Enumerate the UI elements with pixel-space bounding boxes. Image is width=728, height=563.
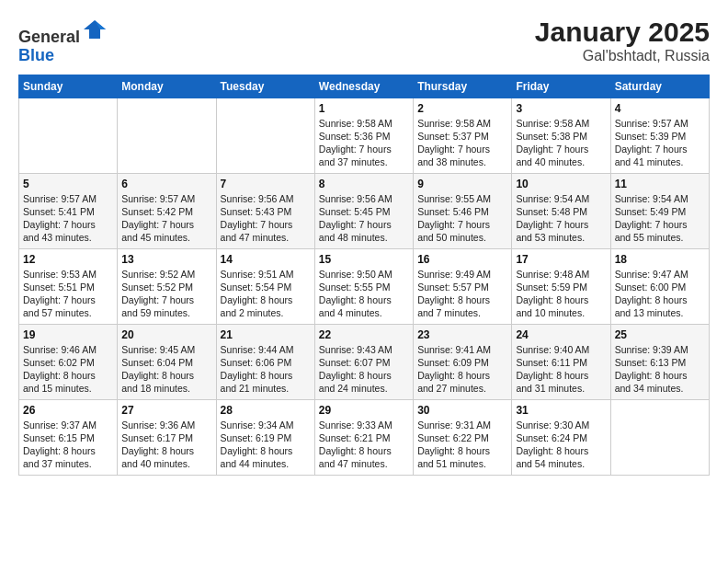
day-info: Sunrise: 9:54 AM Sunset: 5:48 PM Dayligh… (516, 192, 606, 245)
day-number: 30 (417, 404, 507, 417)
day-info: Sunrise: 9:48 AM Sunset: 5:59 PM Dayligh… (516, 268, 606, 320)
calendar-cell: 31Sunrise: 9:30 AM Sunset: 6:24 PM Dayli… (512, 399, 610, 475)
day-info: Sunrise: 9:45 AM Sunset: 6:04 PM Dayligh… (121, 343, 211, 396)
day-number: 20 (121, 328, 211, 341)
page: General Blue January 2025 Gal'bshtadt, R… (0, 0, 728, 485)
day-number: 7 (221, 178, 311, 190)
logo-general: General (18, 28, 80, 46)
day-info: Sunrise: 9:41 AM Sunset: 6:09 PM Dayligh… (417, 343, 507, 396)
day-number: 10 (516, 178, 606, 190)
calendar-cell: 8Sunrise: 9:56 AM Sunset: 5:45 PM Daylig… (314, 173, 413, 248)
page-title: January 2025 (535, 17, 710, 48)
day-info: Sunrise: 9:44 AM Sunset: 6:06 PM Dayligh… (221, 343, 311, 396)
calendar: SundayMondayTuesdayWednesdayThursdayFrid… (18, 75, 710, 476)
calendar-cell: 6Sunrise: 9:57 AM Sunset: 5:42 PM Daylig… (118, 173, 216, 248)
calendar-header: SundayMondayTuesdayWednesdayThursdayFrid… (19, 75, 710, 98)
logo-text-block: General Blue (18, 17, 108, 65)
day-info: Sunrise: 9:53 AM Sunset: 5:51 PM Dayligh… (23, 268, 113, 320)
calendar-cell: 22Sunrise: 9:43 AM Sunset: 6:07 PM Dayli… (314, 324, 413, 399)
day-number: 18 (615, 253, 705, 266)
calendar-cell: 5Sunrise: 9:57 AM Sunset: 5:41 PM Daylig… (19, 173, 118, 248)
calendar-cell (118, 98, 216, 173)
day-number: 23 (417, 328, 507, 341)
day-number: 19 (23, 328, 113, 341)
calendar-cell: 19Sunrise: 9:46 AM Sunset: 6:02 PM Dayli… (19, 324, 118, 399)
logo-bird-icon (82, 17, 108, 42)
day-info: Sunrise: 9:39 AM Sunset: 6:13 PM Dayligh… (615, 343, 705, 396)
day-number: 1 (319, 102, 409, 115)
logo: General Blue (18, 17, 108, 65)
day-info: Sunrise: 9:49 AM Sunset: 5:57 PM Dayligh… (417, 268, 507, 320)
day-info: Sunrise: 9:43 AM Sunset: 6:07 PM Dayligh… (319, 343, 409, 396)
day-number: 28 (221, 404, 311, 417)
day-number: 14 (221, 253, 311, 266)
day-info: Sunrise: 9:52 AM Sunset: 5:52 PM Dayligh… (121, 268, 211, 320)
day-number: 29 (319, 404, 409, 417)
title-block: January 2025 Gal'bshtadt, Russia (535, 17, 710, 64)
day-info: Sunrise: 9:40 AM Sunset: 6:11 PM Dayligh… (516, 343, 606, 396)
calendar-cell: 12Sunrise: 9:53 AM Sunset: 5:51 PM Dayli… (19, 248, 118, 324)
calendar-cell: 17Sunrise: 9:48 AM Sunset: 5:59 PM Dayli… (512, 248, 610, 324)
day-number: 3 (516, 102, 606, 115)
calendar-cell: 25Sunrise: 9:39 AM Sunset: 6:13 PM Dayli… (610, 324, 709, 399)
weekday-header: Monday (118, 75, 216, 98)
day-number: 15 (319, 253, 409, 266)
logo-blue: Blue (18, 46, 54, 64)
calendar-cell: 11Sunrise: 9:54 AM Sunset: 5:49 PM Dayli… (610, 173, 709, 248)
day-info: Sunrise: 9:31 AM Sunset: 6:22 PM Dayligh… (417, 419, 507, 471)
day-number: 25 (615, 328, 705, 341)
calendar-cell: 10Sunrise: 9:54 AM Sunset: 5:48 PM Dayli… (512, 173, 610, 248)
day-info: Sunrise: 9:57 AM Sunset: 5:42 PM Dayligh… (121, 192, 211, 245)
calendar-cell: 26Sunrise: 9:37 AM Sunset: 6:15 PM Dayli… (19, 399, 118, 475)
day-number: 17 (516, 253, 606, 266)
day-number: 4 (615, 102, 705, 115)
day-number: 6 (121, 178, 211, 190)
calendar-cell: 2Sunrise: 9:58 AM Sunset: 5:37 PM Daylig… (414, 98, 512, 173)
day-number: 13 (121, 253, 211, 266)
day-info: Sunrise: 9:51 AM Sunset: 5:54 PM Dayligh… (221, 268, 311, 320)
calendar-cell (610, 399, 709, 475)
day-info: Sunrise: 9:54 AM Sunset: 5:49 PM Dayligh… (615, 192, 705, 245)
day-info: Sunrise: 9:37 AM Sunset: 6:15 PM Dayligh… (23, 419, 113, 471)
day-info: Sunrise: 9:50 AM Sunset: 5:55 PM Dayligh… (319, 268, 409, 320)
day-number: 24 (516, 328, 606, 341)
day-info: Sunrise: 9:30 AM Sunset: 6:24 PM Dayligh… (516, 419, 606, 471)
calendar-cell: 24Sunrise: 9:40 AM Sunset: 6:11 PM Dayli… (512, 324, 610, 399)
weekday-header: Saturday (610, 75, 709, 98)
calendar-cell: 9Sunrise: 9:55 AM Sunset: 5:46 PM Daylig… (414, 173, 512, 248)
day-number: 8 (319, 178, 409, 190)
header: General Blue January 2025 Gal'bshtadt, R… (18, 17, 710, 65)
weekday-header: Thursday (414, 75, 512, 98)
day-info: Sunrise: 9:47 AM Sunset: 6:00 PM Dayligh… (615, 268, 705, 320)
day-info: Sunrise: 9:58 AM Sunset: 5:38 PM Dayligh… (516, 117, 606, 169)
day-info: Sunrise: 9:56 AM Sunset: 5:43 PM Dayligh… (221, 192, 311, 245)
day-info: Sunrise: 9:55 AM Sunset: 5:46 PM Dayligh… (417, 192, 507, 245)
calendar-week-row: 19Sunrise: 9:46 AM Sunset: 6:02 PM Dayli… (19, 324, 710, 399)
weekday-header: Friday (512, 75, 610, 98)
calendar-week-row: 1Sunrise: 9:58 AM Sunset: 5:36 PM Daylig… (19, 98, 710, 173)
calendar-cell: 3Sunrise: 9:58 AM Sunset: 5:38 PM Daylig… (512, 98, 610, 173)
page-subtitle: Gal'bshtadt, Russia (535, 48, 710, 64)
calendar-cell: 20Sunrise: 9:45 AM Sunset: 6:04 PM Dayli… (118, 324, 216, 399)
day-info: Sunrise: 9:36 AM Sunset: 6:17 PM Dayligh… (121, 419, 211, 471)
day-number: 9 (417, 178, 507, 190)
calendar-cell: 18Sunrise: 9:47 AM Sunset: 6:00 PM Dayli… (610, 248, 709, 324)
calendar-cell: 28Sunrise: 9:34 AM Sunset: 6:19 PM Dayli… (216, 399, 314, 475)
day-info: Sunrise: 9:33 AM Sunset: 6:21 PM Dayligh… (319, 419, 409, 471)
day-info: Sunrise: 9:58 AM Sunset: 5:37 PM Dayligh… (417, 117, 507, 169)
calendar-cell: 4Sunrise: 9:57 AM Sunset: 5:39 PM Daylig… (610, 98, 709, 173)
day-info: Sunrise: 9:34 AM Sunset: 6:19 PM Dayligh… (221, 419, 311, 471)
weekday-row: SundayMondayTuesdayWednesdayThursdayFrid… (19, 75, 710, 98)
weekday-header: Wednesday (314, 75, 413, 98)
day-info: Sunrise: 9:46 AM Sunset: 6:02 PM Dayligh… (23, 343, 113, 396)
calendar-cell: 1Sunrise: 9:58 AM Sunset: 5:36 PM Daylig… (314, 98, 413, 173)
day-number: 22 (319, 328, 409, 341)
calendar-cell (216, 98, 314, 173)
calendar-cell: 15Sunrise: 9:50 AM Sunset: 5:55 PM Dayli… (314, 248, 413, 324)
weekday-header: Tuesday (216, 75, 314, 98)
calendar-cell: 13Sunrise: 9:52 AM Sunset: 5:52 PM Dayli… (118, 248, 216, 324)
calendar-cell: 29Sunrise: 9:33 AM Sunset: 6:21 PM Dayli… (314, 399, 413, 475)
day-info: Sunrise: 9:56 AM Sunset: 5:45 PM Dayligh… (319, 192, 409, 245)
calendar-week-row: 26Sunrise: 9:37 AM Sunset: 6:15 PM Dayli… (19, 399, 710, 475)
calendar-week-row: 12Sunrise: 9:53 AM Sunset: 5:51 PM Dayli… (19, 248, 710, 324)
